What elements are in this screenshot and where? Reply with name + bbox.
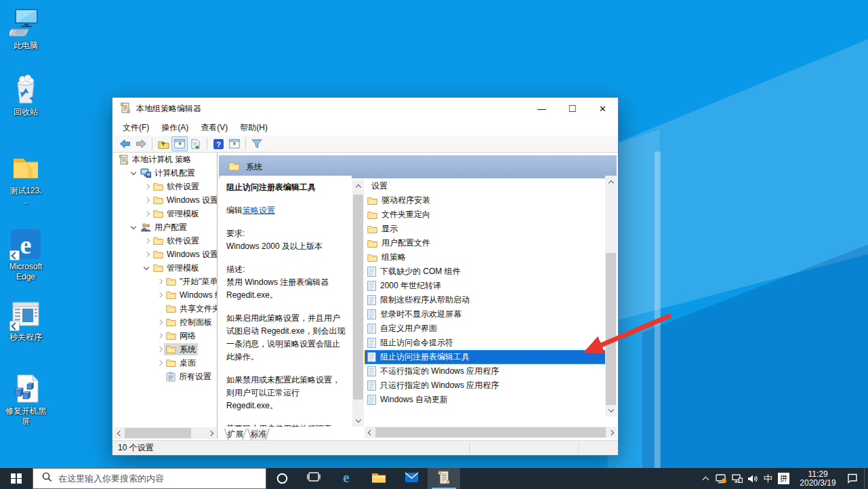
help-button[interactable]: ?: [210, 136, 226, 151]
tree-item[interactable]: 系统: [114, 343, 217, 356]
settings-item[interactable]: Windows 自动更新: [365, 393, 606, 407]
start-button[interactable]: [0, 468, 33, 489]
tree-item[interactable]: 本地计算机 策略: [114, 153, 217, 166]
chevron-right-icon[interactable]: [142, 182, 151, 191]
settings-column-header[interactable]: 设置: [365, 178, 606, 193]
settings-scrollbar[interactable]: [605, 176, 617, 416]
show-desktop-button[interactable]: [864, 468, 868, 489]
ime-mode-indicator[interactable]: 拼: [776, 468, 791, 489]
minimize-button[interactable]: —: [526, 98, 557, 119]
menu-item-0[interactable]: 文件(F): [117, 120, 155, 136]
settings-item[interactable]: 阻止访问注册表编辑工具: [365, 350, 606, 364]
tree-item[interactable]: 管理模板: [114, 207, 217, 220]
settings-item[interactable]: 限制这些程序从帮助启动: [365, 293, 606, 307]
tree-item[interactable]: 计算机配置: [114, 166, 217, 180]
scroll-right-icon[interactable]: [606, 427, 617, 437]
settings-item[interactable]: 组策略: [365, 250, 606, 265]
desktop-icon-test-folder[interactable]: 测试123. ..: [0, 152, 51, 206]
tree-item[interactable]: Windows 设置: [114, 248, 217, 261]
scrollbar-thumb[interactable]: [606, 253, 616, 405]
chevron-right-icon[interactable]: [155, 345, 164, 354]
scroll-down-icon[interactable]: [353, 415, 363, 425]
settings-item[interactable]: 自定义用户界面: [365, 321, 606, 336]
scroll-right-icon[interactable]: [206, 428, 216, 438]
menu-item-2[interactable]: 查看(V): [194, 120, 234, 136]
tree-horizontal-scrollbar[interactable]: [114, 427, 216, 439]
tree-item[interactable]: 控制面板: [114, 315, 217, 329]
scroll-up-icon[interactable]: [353, 181, 363, 191]
settings-horizontal-scrollbar[interactable]: [365, 427, 617, 438]
chevron-right-icon[interactable]: [142, 237, 151, 246]
tray-chevron-up-icon[interactable]: [698, 468, 714, 489]
taskbar-app-edge[interactable]: e: [330, 468, 363, 489]
chevron-down-icon[interactable]: [142, 264, 151, 273]
tree-item[interactable]: Windows 设置: [114, 193, 217, 207]
chevron-right-icon[interactable]: [142, 250, 151, 259]
chevron-right-icon[interactable]: [155, 332, 164, 340]
settings-item[interactable]: 下载缺少的 COM 组件: [365, 265, 606, 279]
chevron-right-icon[interactable]: [155, 291, 164, 300]
desktop-icon-this-pc[interactable]: 此电脑: [0, 7, 51, 51]
chevron-down-icon[interactable]: [129, 223, 138, 232]
settings-item[interactable]: 用户配置文件: [365, 236, 606, 250]
close-button[interactable]: ✕: [587, 98, 618, 119]
scroll-up-icon[interactable]: [606, 177, 616, 187]
chevron-down-icon[interactable]: [129, 169, 138, 178]
window-titlebar[interactable]: 本地组策略编辑器 — ☐ ✕: [112, 98, 618, 119]
desktop-icon-registry-fix[interactable]: 修复开机黑 屏: [0, 372, 51, 427]
desktop-icon-edge[interactable]: eMicrosoft Edge: [0, 228, 51, 282]
show-action-pane-button[interactable]: [226, 136, 243, 151]
up-one-level-button[interactable]: [155, 136, 171, 151]
settings-item[interactable]: 登录时不显示欢迎屏幕: [365, 307, 606, 321]
network-icon[interactable]: [729, 468, 745, 489]
taskbar-app-explorer[interactable]: [363, 468, 395, 489]
tree-item[interactable]: 用户配置: [114, 220, 217, 234]
scrollbar-thumb[interactable]: [353, 195, 363, 399]
tree-item[interactable]: Windows 组件: [114, 288, 217, 302]
settings-item[interactable]: 显示: [365, 222, 606, 236]
taskbar-search[interactable]: 在这里输入你要搜索的内容: [33, 468, 266, 489]
export-list-button[interactable]: [188, 136, 204, 151]
tree-item[interactable]: 所有设置: [114, 370, 217, 383]
settings-item[interactable]: 不运行指定的 Windows 应用程序: [365, 364, 606, 378]
tree-item[interactable]: "开始"菜单和任务栏: [114, 275, 217, 288]
scroll-left-icon[interactable]: [114, 428, 124, 438]
desktop-icon-app-shortcut[interactable]: 秒关程序: [0, 298, 51, 343]
tree-item[interactable]: 网络: [114, 329, 217, 343]
scroll-down-icon[interactable]: [606, 405, 616, 415]
filter-button[interactable]: [249, 136, 265, 151]
tree-item[interactable]: 共享文件夹: [114, 302, 217, 315]
chevron-right-icon[interactable]: [155, 359, 164, 368]
tray-app-notification-icon[interactable]: [714, 468, 729, 489]
settings-item[interactable]: 驱动程序安装: [365, 193, 606, 208]
chevron-right-icon[interactable]: [142, 210, 151, 218]
menu-item-1[interactable]: 操作(A): [155, 120, 194, 136]
settings-item[interactable]: 阻止访问命令提示符: [365, 336, 606, 350]
tree-item[interactable]: 管理模板: [114, 261, 217, 275]
taskbar-app-gpedit[interactable]: [428, 468, 460, 489]
chevron-right-icon[interactable]: [155, 318, 164, 327]
description-scrollbar[interactable]: [352, 180, 364, 427]
tree-item[interactable]: 桌面: [114, 356, 217, 370]
scroll-left-icon[interactable]: [365, 427, 375, 437]
taskbar-clock[interactable]: 11:29 2020/3/19: [795, 470, 840, 488]
menu-item-3[interactable]: 帮助(H): [234, 120, 274, 136]
tab-standard[interactable]: 标准: [247, 429, 270, 441]
forward-button[interactable]: [133, 136, 149, 151]
cortana-button[interactable]: [266, 468, 297, 489]
settings-item[interactable]: 2000 年世纪转译: [365, 279, 606, 293]
volume-icon[interactable]: [745, 468, 760, 489]
show-console-tree-button[interactable]: [171, 136, 188, 151]
taskbar-app-task-view[interactable]: [297, 468, 330, 489]
action-center-icon[interactable]: [844, 468, 860, 489]
back-button[interactable]: [117, 136, 133, 151]
settings-item[interactable]: 只运行指定的 Windows 应用程序: [365, 378, 606, 393]
tree-item[interactable]: 软件设置: [114, 180, 217, 193]
scrollbar-thumb[interactable]: [125, 428, 191, 438]
chevron-right-icon[interactable]: [142, 196, 151, 205]
maximize-button[interactable]: ☐: [557, 98, 587, 119]
ime-language-indicator[interactable]: 中: [760, 468, 776, 489]
scrollbar-thumb[interactable]: [375, 427, 606, 437]
chevron-right-icon[interactable]: [155, 277, 164, 286]
taskbar-app-mail[interactable]: [395, 468, 428, 489]
